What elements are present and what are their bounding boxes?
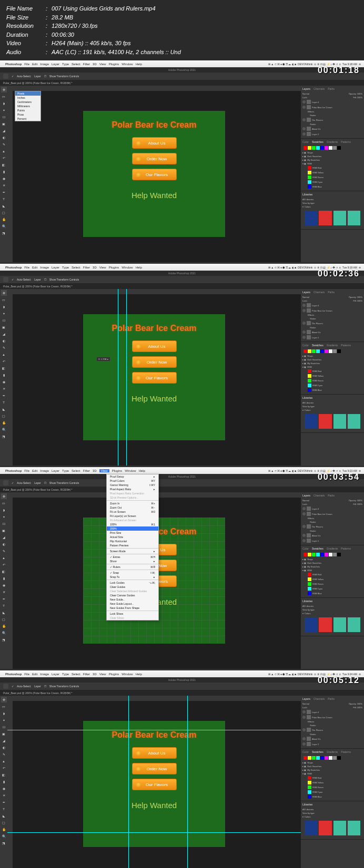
- eyedropper-tool[interactable]: ◢: [1, 128, 7, 133]
- app-name[interactable]: Photoshop: [5, 63, 22, 66]
- layer-item[interactable]: Polar Bear Ice Cream: [302, 105, 362, 110]
- view-menu-item[interactable]: Clear Canvas Guides: [107, 593, 158, 597]
- blur-tool[interactable]: ◉: [1, 175, 7, 181]
- paths-tab[interactable]: Paths: [328, 87, 335, 90]
- view-menu-item[interactable]: Flip Horizontal: [107, 539, 158, 543]
- dodge-tool[interactable]: ☀: [1, 182, 7, 188]
- menu-view[interactable]: View: [99, 63, 106, 66]
- move-tool[interactable]: ✥: [1, 290, 7, 296]
- wand-tool[interactable]: ✦: [1, 107, 7, 113]
- guide-vertical[interactable]: [128, 696, 129, 868]
- ruler-points[interactable]: Points: [15, 108, 41, 112]
- view-menu-item[interactable]: New Guide Layout...: [107, 602, 158, 606]
- layers-tab[interactable]: Layers: [302, 87, 310, 90]
- lib-color[interactable]: [319, 211, 331, 225]
- view-menu-item[interactable]: Fit on Screen⌘0: [107, 510, 158, 514]
- view-menu-item[interactable]: Actual Size: [107, 535, 158, 539]
- menu-3d[interactable]: 3D: [93, 63, 97, 66]
- ruler-horizontal[interactable]: [7, 86, 301, 91]
- document-tab[interactable]: Polar_Bear.psd @ 200% (Polar Bear Ice Cr…: [0, 80, 364, 86]
- crop-tool[interactable]: ⊡: [1, 114, 7, 120]
- guide-vertical[interactable]: [118, 289, 118, 466]
- layer-effect[interactable]: Stroke: [302, 122, 362, 126]
- view-menu-item[interactable]: Proof Setup▸: [107, 474, 158, 479]
- ruler-percent[interactable]: Percent: [15, 117, 41, 121]
- view-menu-item[interactable]: Zoom Out⌘−: [107, 505, 158, 510]
- menu-filter[interactable]: Filter: [83, 63, 90, 66]
- menu-view-open[interactable]: View: [99, 469, 109, 472]
- menu-file[interactable]: File: [24, 63, 29, 66]
- guide-vertical-dragging[interactable]: [126, 289, 127, 466]
- brush-tool[interactable]: ✎: [1, 141, 7, 147]
- view-menu-item[interactable]: ✓ Snap⇧⌘;: [107, 571, 158, 575]
- history-tool[interactable]: ↶: [1, 155, 7, 161]
- order-now-button[interactable]: Order Now: [132, 153, 177, 164]
- ruler-vertical[interactable]: [7, 91, 13, 262]
- ruler-cm[interactable]: Centimeters: [15, 100, 41, 104]
- type-tool[interactable]: T: [1, 196, 7, 202]
- lib-color[interactable]: [348, 211, 360, 225]
- view-menu-item[interactable]: New Guides From Shape: [107, 606, 158, 610]
- view-menu-item[interactable]: Snap To▸: [107, 575, 158, 579]
- view-menu-item[interactable]: ✓ Rulers⌘R: [107, 565, 158, 569]
- ruler-pixels[interactable]: Pixels: [15, 91, 41, 96]
- menu-help[interactable]: Help: [136, 63, 142, 66]
- layer-effect[interactable]: Effects: [302, 110, 362, 113]
- view-menu-item[interactable]: Show▸: [107, 559, 158, 563]
- lasso-tool[interactable]: ◗: [1, 100, 7, 106]
- lib-color[interactable]: [333, 211, 346, 225]
- eraser-tool[interactable]: ◧: [1, 162, 7, 168]
- menu-edit[interactable]: Edit: [32, 63, 37, 66]
- our-flavors-button[interactable]: Our Flavors: [132, 169, 177, 180]
- pen-tool[interactable]: ✒: [1, 189, 7, 195]
- view-menu-item[interactable]: Lock Guides⌥⌘;: [107, 581, 158, 585]
- channels-tab[interactable]: Channels: [314, 87, 325, 90]
- heal-tool[interactable]: ◐: [1, 135, 7, 140]
- zoom-tool[interactable]: 🔍: [1, 223, 7, 229]
- view-menu-item[interactable]: Clear Guides: [107, 585, 158, 589]
- menu-window[interactable]: Window: [122, 63, 133, 66]
- view-menu-item[interactable]: Zoom In⌘+: [107, 501, 158, 505]
- menu-type[interactable]: Type: [62, 63, 69, 66]
- shape-tool[interactable]: ▢: [1, 210, 7, 215]
- view-menu-item[interactable]: Pixel Aspect Ratio▸: [107, 487, 158, 491]
- view-menu-item[interactable]: Gamut Warning⇧⌘Y: [107, 483, 158, 487]
- layer-select[interactable]: Layer: [34, 75, 41, 78]
- marquee-tool[interactable]: ▭: [1, 94, 7, 99]
- swatch[interactable]: [304, 146, 307, 150]
- menu-layer[interactable]: Layer: [52, 63, 59, 66]
- move-tool[interactable]: ✥: [1, 87, 7, 92]
- menu-select[interactable]: Select: [72, 63, 80, 66]
- view-menu-item[interactable]: Proof Colors⌘Y: [107, 479, 158, 483]
- hand-tool[interactable]: ✋: [1, 216, 7, 222]
- canvas-area[interactable]: Pixels Inches Centimeters Millimeters Po…: [7, 86, 301, 262]
- about-us-button[interactable]: About Us: [132, 137, 177, 149]
- lib-color[interactable]: [305, 211, 317, 225]
- ruler-picas[interactable]: Picas: [15, 112, 41, 117]
- view-menu-item[interactable]: Print Size: [107, 531, 158, 535]
- view-menu-item[interactable]: 200%: [107, 526, 158, 531]
- frame-tool[interactable]: ▣: [1, 121, 7, 127]
- layer-item[interactable]: Our Flavors: [302, 117, 362, 122]
- menu-plugins[interactable]: Plugins: [109, 63, 119, 66]
- layer-item[interactable]: Layer 1: [302, 131, 362, 137]
- color-swap-icon[interactable]: ⬔: [1, 230, 7, 236]
- guide-horizontal[interactable]: [7, 730, 301, 730]
- guide-horizontal[interactable]: [7, 832, 301, 833]
- gradient-tool[interactable]: ▮: [1, 169, 7, 174]
- stamp-tool[interactable]: ▲: [1, 148, 7, 154]
- view-menu-item[interactable]: Pattern Preview: [107, 543, 158, 547]
- layer-effect[interactable]: Stroke: [302, 113, 362, 117]
- path-tool[interactable]: ◣: [1, 203, 7, 209]
- guide-vertical[interactable]: [187, 696, 188, 868]
- ruler-mm[interactable]: Millimeters: [15, 104, 41, 108]
- layer-item[interactable]: Layer 4: [302, 99, 362, 105]
- view-menu-item[interactable]: Lock Slices: [107, 612, 158, 616]
- ruler-inches[interactable]: Inches: [15, 96, 41, 100]
- view-menu-item[interactable]: New Guide...: [107, 597, 158, 602]
- menu-image[interactable]: Image: [40, 63, 49, 66]
- view-menu-item[interactable]: Screen Mode▸: [107, 549, 158, 553]
- view-menu-item[interactable]: Fit Layer(s) on Screen: [107, 514, 158, 518]
- view-menu-item[interactable]: ✓ Extras⌘H: [107, 555, 158, 559]
- home-icon[interactable]: [3, 74, 8, 79]
